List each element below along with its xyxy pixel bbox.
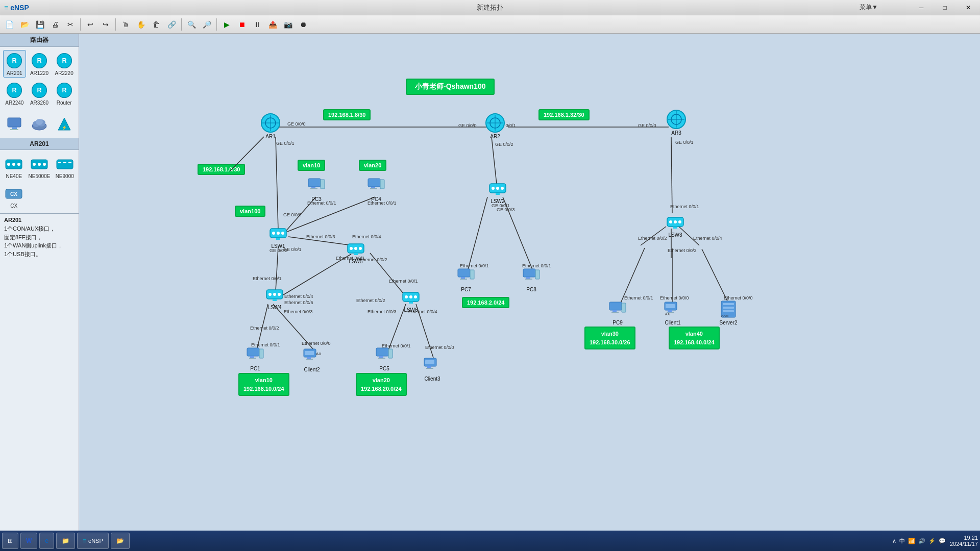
maximize-button[interactable]: □	[933, 0, 957, 15]
taskbar-windows[interactable]: ⊞	[2, 533, 18, 549]
toolbar-hand[interactable]: ✋	[134, 17, 148, 32]
pc7-icon	[456, 266, 476, 286]
node-lsw5[interactable]: LSW5	[346, 238, 366, 264]
client3-icon	[422, 355, 443, 375]
minimize-button[interactable]: ─	[910, 0, 933, 15]
node-server2[interactable]: COM Server2	[718, 299, 739, 325]
toolbar-cut[interactable]: ✂	[63, 17, 78, 32]
node-ar2[interactable]: AR2	[485, 113, 505, 139]
toolbar-print[interactable]: 🖨	[48, 17, 62, 32]
taskbar-app-word[interactable]: W	[20, 533, 37, 549]
node-pc1[interactable]: PC1	[245, 345, 265, 371]
svg-point-94	[359, 247, 362, 250]
client2-label: Client2	[304, 367, 320, 372]
svg-rect-132	[427, 366, 431, 368]
menu-bar[interactable]: 菜单▼	[860, 3, 878, 12]
node-lsw6[interactable]: LSW6	[401, 286, 421, 313]
node-pc5[interactable]: PC5	[374, 345, 395, 371]
toolbar-new[interactable]: 📄	[2, 17, 16, 32]
node-pc3[interactable]: PC3	[306, 176, 327, 202]
node-client1[interactable]: AX Client1	[663, 299, 683, 325]
node-client2[interactable]: AX Client2	[302, 346, 322, 372]
sidebar-item-ar2220[interactable]: R AR2220	[53, 50, 76, 78]
ensp-taskbar-label: eNSP	[88, 538, 103, 544]
sidebar-item-cloud[interactable]	[28, 113, 51, 135]
svg-point-98	[409, 295, 412, 298]
ar3-icon	[666, 109, 687, 130]
sidebar-item-pc[interactable]	[3, 113, 26, 135]
node-pc7[interactable]: PC7	[456, 266, 476, 292]
toolbar-sep4	[216, 18, 217, 31]
toolbar-redo[interactable]: ↪	[99, 17, 113, 32]
ne9000-icon	[56, 155, 74, 173]
svg-rect-75	[276, 238, 280, 240]
node-lsw4[interactable]: LSW4	[264, 284, 285, 310]
toolbar-open[interactable]: 📂	[17, 17, 32, 32]
taskbar-app-ensp[interactable]: ≡ eNSP	[77, 533, 109, 549]
taskbar-app-files[interactable]: 📁	[56, 533, 75, 549]
toolbar-play[interactable]: ▶	[219, 17, 234, 32]
sidebar-item-ne9000[interactable]: NE9000	[54, 153, 76, 181]
svg-line-51	[503, 197, 532, 269]
toolbar-pause[interactable]: ⏸	[250, 17, 264, 32]
toolbar-record[interactable]: ⏺	[296, 17, 310, 32]
toolbar-export[interactable]: 📤	[265, 17, 280, 32]
svg-point-26	[33, 163, 36, 166]
sidebar-item-arrow[interactable]: ⚡	[53, 113, 76, 135]
pc-icon	[5, 115, 23, 133]
toolbar-zoomin[interactable]: 🔍	[184, 17, 199, 32]
pc9-icon	[607, 299, 628, 319]
node-lsw2[interactable]: LSW2	[487, 178, 508, 204]
node-pc9[interactable]: PC9	[607, 299, 628, 325]
lsw1-icon	[268, 222, 288, 243]
sidebar-item-ar1220[interactable]: R AR1220	[28, 50, 51, 78]
svg-point-97	[405, 295, 408, 298]
svg-rect-140	[668, 310, 672, 312]
taskbar-app-explorer[interactable]: 📂	[111, 533, 130, 549]
toolbar-stop[interactable]: ⏹	[235, 17, 249, 32]
sidebar-item-ne5000e[interactable]: NE5000E	[27, 153, 52, 181]
svg-line-40	[285, 197, 316, 232]
svg-rect-139	[666, 304, 675, 308]
ne40e-label: NE40E	[6, 173, 22, 179]
canvas-area[interactable]: 小青老师-Qshawn100 192.168.1.8/30 192.168.1.…	[79, 34, 980, 536]
node-ar1[interactable]: AR1	[260, 113, 281, 139]
label-192-168-1-0: 192.168.1.0/30	[198, 164, 245, 175]
close-button[interactable]: ✕	[957, 0, 980, 15]
sidebar-item-router[interactable]: R Router	[53, 80, 76, 107]
svg-rect-13	[12, 127, 17, 129]
toolbar-link[interactable]: 🔗	[164, 17, 179, 32]
ar2-label: AR2	[490, 134, 500, 139]
node-pc4[interactable]: PC4	[366, 176, 386, 202]
toolbar-zoomout[interactable]: 🔎	[200, 17, 214, 32]
node-lsw1[interactable]: LSW1	[268, 222, 288, 249]
taskbar-arrow-up[interactable]: ∧	[892, 538, 896, 544]
toolbar-undo[interactable]: ↩	[83, 17, 97, 32]
node-lsw3[interactable]: LSW3	[665, 211, 685, 238]
iface-ge000-lsw1: GE 0/0/0	[283, 212, 302, 217]
sidebar-item-label-router: Router	[57, 100, 72, 106]
toolbar-select[interactable]: 🖱	[118, 17, 133, 32]
sidebar-item-ar201[interactable]: R AR201	[3, 50, 26, 78]
node-client3[interactable]: Client3	[422, 355, 443, 382]
router-icon: R	[55, 81, 74, 99]
taskbar-app-ie[interactable]: e	[39, 533, 54, 549]
svg-text:R: R	[37, 57, 41, 64]
svg-rect-129	[388, 349, 393, 358]
ar3-label: AR3	[671, 130, 681, 136]
toolbar-delete[interactable]: 🗑	[149, 17, 163, 32]
sidebar-item-cx[interactable]: CX CX	[3, 183, 25, 210]
svg-text:R: R	[12, 87, 17, 94]
sidebar-item-ar2240[interactable]: R AR2240	[3, 80, 26, 107]
node-pc8[interactable]: PC8	[521, 266, 542, 292]
lsw5-label: LSW5	[349, 259, 362, 264]
sidebar-item-ne40e[interactable]: NE40E	[3, 153, 25, 181]
toolbar-capture[interactable]: 📷	[281, 17, 295, 32]
svg-line-58	[702, 249, 728, 303]
toolbar-save[interactable]: 💾	[33, 17, 47, 32]
iface-ge000-ar2-left: GE 0/0/0	[458, 123, 477, 128]
sidebar-item-ar3260[interactable]: R AR3260	[28, 80, 51, 107]
pc4-label: PC4	[371, 196, 381, 202]
node-ar3[interactable]: AR3	[666, 109, 687, 136]
word-icon: W	[26, 537, 32, 544]
